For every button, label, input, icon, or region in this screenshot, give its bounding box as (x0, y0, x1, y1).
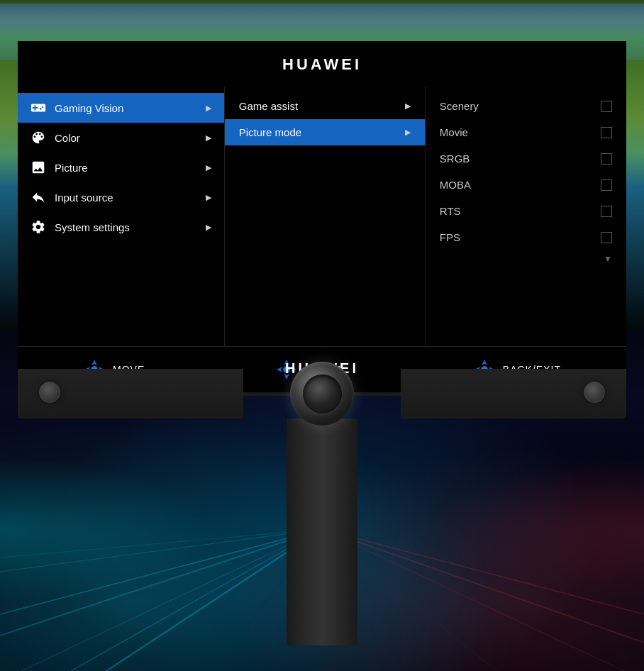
moba-label: MOBA (440, 179, 471, 191)
game-assist-label: Game assist (239, 100, 298, 112)
gear-icon (30, 219, 46, 235)
system-settings-arrow: ▶ (206, 223, 211, 232)
submenu-item-game-assist[interactable]: Game assist ▶ (225, 93, 425, 119)
input-source-label: Input source (55, 192, 197, 204)
svg-line-0 (0, 529, 322, 614)
brand-top-label: HUAWEI (282, 55, 362, 74)
picture-mode-label: Picture mode (239, 126, 301, 138)
joystick-control[interactable] (290, 362, 354, 426)
scenery-label: Scenery (440, 100, 479, 112)
moba-checkbox (601, 179, 612, 191)
submenu-item-picture-mode[interactable]: Picture mode ▶ (225, 119, 425, 145)
option-item-srgb[interactable]: SRGB (426, 145, 626, 172)
sidebar-item-picture[interactable]: Picture ▶ (18, 152, 224, 182)
picture-label: Picture (55, 162, 197, 174)
options-column: Scenery Movie SRGB MOBA RTS FPS (426, 87, 626, 346)
monitor-stand-neck (287, 418, 357, 645)
side-button-right[interactable] (584, 382, 605, 403)
fps-label: FPS (440, 231, 460, 243)
movie-checkbox (601, 127, 612, 138)
option-item-scenery[interactable]: Scenery (426, 93, 626, 119)
svg-line-4 (0, 529, 322, 572)
scroll-indicator: ▼ (426, 250, 626, 267)
system-settings-label: System settings (55, 221, 197, 233)
scenery-checkbox (601, 101, 612, 112)
svg-line-8 (322, 529, 644, 643)
osd-menu: Gaming Vision ▶ Color ▶ (18, 87, 626, 346)
picture-arrow: ▶ (206, 163, 211, 172)
gamepad-icon (30, 100, 46, 116)
option-item-moba[interactable]: MOBA (426, 172, 626, 198)
srgb-checkbox (601, 153, 612, 165)
svg-line-2 (21, 529, 322, 671)
svg-line-7 (322, 529, 644, 614)
picture-mode-arrow: ▶ (405, 128, 411, 137)
fps-checkbox (601, 232, 612, 243)
color-label: Color (55, 132, 197, 144)
joystick-outer-ring[interactable] (290, 362, 354, 426)
sidebar-item-input-source[interactable]: Input source ▶ (18, 182, 224, 212)
option-item-fps[interactable]: FPS (426, 224, 626, 250)
gaming-vision-label: Gaming Vision (55, 102, 197, 114)
sidebar-item-system-settings[interactable]: System settings ▶ (18, 212, 224, 242)
sub-menu-column: Game assist ▶ Picture mode ▶ (225, 87, 426, 346)
svg-line-9 (322, 529, 624, 671)
option-item-movie[interactable]: Movie (426, 119, 626, 145)
brand-header: HUAWEI (18, 41, 626, 87)
srgb-label: SRGB (440, 152, 470, 165)
color-arrow: ▶ (206, 133, 211, 143)
gaming-vision-arrow: ▶ (206, 104, 211, 113)
sidebar-item-gaming-vision[interactable]: Gaming Vision ▶ (18, 93, 224, 123)
scroll-down-icon: ▼ (604, 254, 612, 264)
game-assist-arrow: ▶ (405, 101, 411, 111)
sidebar-item-color[interactable]: Color ▶ (18, 123, 224, 152)
movie-label: Movie (440, 126, 468, 138)
joystick-inner-knob[interactable] (303, 375, 342, 414)
palette-icon (30, 130, 46, 145)
monitor-screen: HUAWEI Gaming Vision ▶ (18, 41, 626, 346)
picture-icon (30, 160, 46, 175)
input-source-arrow: ▶ (206, 193, 211, 202)
side-button-left[interactable] (39, 382, 60, 403)
input-icon (30, 189, 46, 205)
rts-label: RTS (440, 205, 461, 217)
option-item-rts[interactable]: RTS (426, 198, 626, 224)
svg-line-6 (0, 529, 322, 558)
main-menu-column: Gaming Vision ▶ Color ▶ (18, 87, 225, 346)
rts-checkbox (601, 206, 612, 217)
